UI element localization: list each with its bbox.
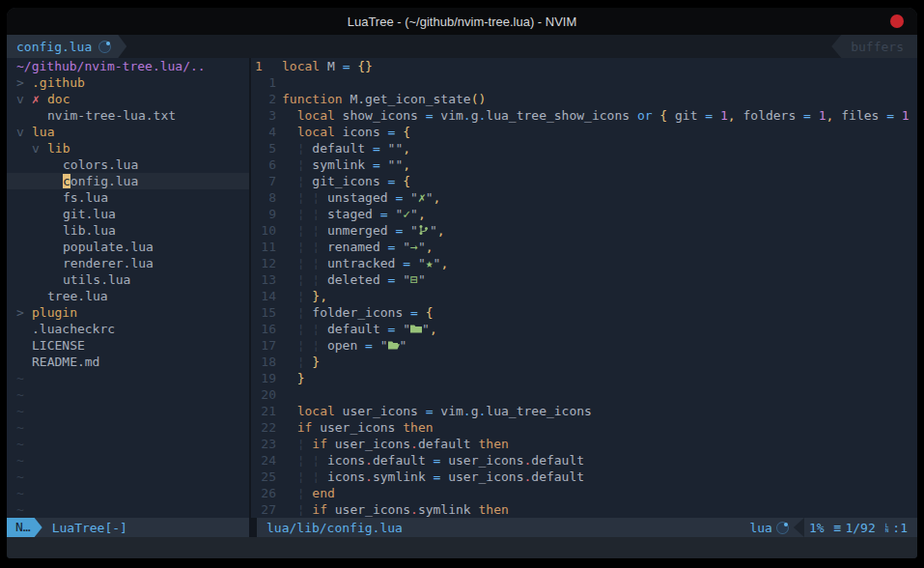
editor-main: ~/github/nvim-tree.lua/..>.githubv✗docnv… xyxy=(7,58,917,518)
tree-item-plugin[interactable]: >plugin xyxy=(7,304,249,321)
code-line-text: local icons = { xyxy=(282,124,917,140)
mode-badge: N… xyxy=(7,518,42,537)
line-number-relative: 3 xyxy=(255,107,276,124)
code-line[interactable]: 14 ¦ }, xyxy=(251,288,917,304)
code-line[interactable]: 18 ¦ } xyxy=(251,354,917,370)
code-line-text: ¦ folder_icons = { xyxy=(282,304,917,321)
code-line[interactable]: 23 ¦ if user_icons.default then xyxy=(251,436,917,452)
code-line-text: ¦ git_icons = { xyxy=(282,173,917,189)
code-line[interactable]: 27 ¦ if user_icons.symlink then xyxy=(251,501,917,518)
tree-item-doc[interactable]: v✗doc xyxy=(7,91,249,107)
code-line[interactable]: 3 local show_icons = vim.g.lua_tree_show… xyxy=(251,107,917,124)
code-line-text: ¦ ¦ icons.default = user_icons.default xyxy=(282,452,917,469)
tree-root-path[interactable]: ~/github/nvim-tree.lua/.. xyxy=(7,58,249,74)
file-tree-pane: ~/github/nvim-tree.lua/..>.githubv✗docnv… xyxy=(7,58,251,518)
branch-icon xyxy=(418,224,430,236)
code-line-text: function M.get_icon_state() xyxy=(282,91,917,107)
close-button-icon[interactable] xyxy=(890,14,904,28)
code-line[interactable]: 24 ¦ ¦ icons.default = user_icons.defaul… xyxy=(251,452,917,469)
code-line-text: ¦ ¦ icons.symlink = user_icons.default xyxy=(282,469,917,485)
code-line[interactable]: 5 ¦ default = "", xyxy=(251,140,917,156)
code-line[interactable]: 19 } xyxy=(251,370,917,386)
code-line-text: ¦ ¦ staged = "✓", xyxy=(282,206,917,222)
code-line[interactable]: 12 ¦ ¦ untracked = "★", xyxy=(251,255,917,271)
code-line[interactable]: 7 ¦ git_icons = { xyxy=(251,173,917,189)
code-line-text: ¦ } xyxy=(282,354,917,370)
lua-icon xyxy=(98,41,111,53)
code-line[interactable]: 25 ¦ ¦ icons.symlink = user_icons.defaul… xyxy=(251,469,917,485)
code-line[interactable]: 15 ¦ folder_icons = { xyxy=(251,304,917,321)
code-line[interactable]: 22 if user_icons then xyxy=(251,419,917,436)
tree-item-label: colors.lua xyxy=(63,156,138,173)
tree-item-populate.lua[interactable]: populate.lua xyxy=(7,239,249,255)
code-line-text: ¦ }, xyxy=(282,288,917,304)
title-bar[interactable]: LuaTree - (~/github/nvim-tree.lua) - NVI… xyxy=(7,8,917,35)
line-number-relative: 13 xyxy=(255,271,276,288)
code-line[interactable]: 10 ¦ ¦ unmerged = "", xyxy=(251,222,917,239)
empty-line-tilde: ~ xyxy=(7,370,249,386)
code-line[interactable]: 4 local icons = { xyxy=(251,124,917,140)
line-number-relative: 12 xyxy=(255,255,276,271)
line-number-relative: 10 xyxy=(255,222,276,239)
code-line-text: ¦ symlink = "", xyxy=(282,156,917,173)
chevron-down-icon[interactable]: v xyxy=(16,124,24,140)
empty-line-tilde: ~ xyxy=(7,419,249,436)
code-line[interactable]: 13 ¦ ¦ deleted = "⊟" xyxy=(251,271,917,288)
tree-item-fs.lua[interactable]: fs.lua xyxy=(7,189,249,206)
chevron-right-icon[interactable]: > xyxy=(16,74,24,91)
code-line[interactable]: 26 ¦ end xyxy=(251,485,917,501)
tree-item-config.lua[interactable]: config.lua xyxy=(7,173,249,189)
line-number-relative: 25 xyxy=(255,469,276,485)
empty-line-tilde: ~ xyxy=(7,501,249,518)
code-line[interactable]: 20 xyxy=(251,386,917,403)
tree-item-.github[interactable]: >.github xyxy=(7,74,249,91)
tab-config-lua[interactable]: config.lua xyxy=(7,35,126,58)
tree-item-LICENSE[interactable]: LICENSE xyxy=(7,337,249,354)
code-line-text: ¦ ¦ open = "" xyxy=(282,337,917,354)
line-number-relative: 15 xyxy=(255,304,276,321)
code-line[interactable]: 16 ¦ ¦ default = "", xyxy=(251,321,917,337)
tree-status-segment: N… LuaTree[-] xyxy=(7,518,249,537)
code-line-text xyxy=(282,386,917,403)
empty-line-tilde: ~ xyxy=(7,403,249,419)
line-number-relative: 26 xyxy=(255,485,276,501)
code-line[interactable]: 2function M.get_icon_state() xyxy=(251,91,917,107)
code-line-text: local user_icons = vim.g.lua_tree_icons xyxy=(282,403,917,419)
tree-item-label: .github xyxy=(32,74,85,91)
tree-item-label: README.md xyxy=(32,354,99,370)
code-line[interactable]: 11 ¦ ¦ renamed = "→", xyxy=(251,239,917,255)
line-number-relative: 24 xyxy=(255,452,276,469)
code-line[interactable]: 6 ¦ symlink = "", xyxy=(251,156,917,173)
tree-item-nvim-tree-lua.txt[interactable]: nvim-tree-lua.txt xyxy=(7,107,249,124)
tree-item-lib[interactable]: vlib xyxy=(7,140,249,156)
tree-item-lib.lua[interactable]: lib.lua xyxy=(7,222,249,239)
code-line[interactable]: 1 xyxy=(251,74,917,91)
line-number-relative: 8 xyxy=(255,189,276,206)
code-line[interactable]: 8 ¦ ¦ unstaged = "✗", xyxy=(251,189,917,206)
tree-item-tree.lua[interactable]: tree.lua xyxy=(7,288,249,304)
code-line-text: ¦ default = "", xyxy=(282,140,917,156)
tree-item-lua[interactable]: vlua xyxy=(7,124,249,140)
code-line[interactable]: 21 local user_icons = vim.g.lua_tree_ico… xyxy=(251,403,917,419)
code-line[interactable]: 9 ¦ ¦ staged = "✓", xyxy=(251,206,917,222)
tree-item-colors.lua[interactable]: colors.lua xyxy=(7,156,249,173)
command-line[interactable] xyxy=(7,537,917,558)
tree-item-utils.lua[interactable]: utils.lua xyxy=(7,271,249,288)
status-percent: 1% xyxy=(809,521,825,535)
chevron-right-icon[interactable]: > xyxy=(16,304,24,321)
tree-item-git.lua[interactable]: git.lua xyxy=(7,206,249,222)
code-line-text: local show_icons = vim.g.lua_tree_show_i… xyxy=(282,107,917,124)
line-number-relative: 16 xyxy=(255,321,276,337)
line-number-relative: 20 xyxy=(255,386,276,403)
tabline-spacer xyxy=(126,35,831,58)
chevron-down-icon[interactable]: v xyxy=(32,140,40,156)
tab-line: config.lua buffers xyxy=(7,35,917,58)
status-filepath: lua/lib/config.lua xyxy=(266,521,403,535)
tree-item-README.md[interactable]: README.md xyxy=(7,354,249,370)
code-line[interactable]: 1local M = {} xyxy=(251,58,917,74)
tree-item-renderer.lua[interactable]: renderer.lua xyxy=(7,255,249,271)
chevron-down-icon[interactable]: v xyxy=(16,91,24,107)
code-line[interactable]: 17 ¦ ¦ open = "" xyxy=(251,337,917,354)
line-number-relative: 2 xyxy=(255,91,276,107)
tree-item-.luacheckrc[interactable]: .luacheckrc xyxy=(7,321,249,337)
